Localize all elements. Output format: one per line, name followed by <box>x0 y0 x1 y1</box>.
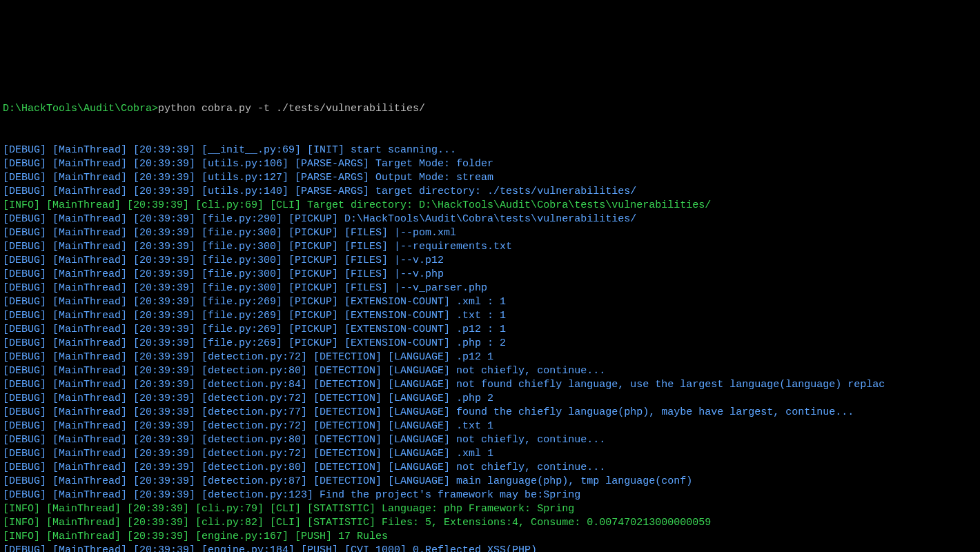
log-line: [DEBUG] [MainThread] [20:39:39] [detecti… <box>3 406 979 420</box>
log-line: [DEBUG] [MainThread] [20:39:39] [file.py… <box>3 213 979 226</box>
log-line: [DEBUG] [MainThread] [20:39:39] [detecti… <box>3 461 979 475</box>
log-line: [DEBUG] [MainThread] [20:39:39] [detecti… <box>3 433 979 447</box>
log-line: [DEBUG] [MainThread] [20:39:39] [file.py… <box>3 337 979 351</box>
log-line: [DEBUG] [MainThread] [20:39:39] [utils.p… <box>3 185 979 199</box>
log-line: [DEBUG] [MainThread] [20:39:39] [detecti… <box>3 351 979 364</box>
command-text: python cobra.py -t ./tests/vulnerabiliti… <box>158 103 425 115</box>
log-line: [INFO] [MainThread] [20:39:39] [cli.py:7… <box>3 502 979 516</box>
log-line: [DEBUG] [MainThread] [20:39:39] [detecti… <box>3 475 979 489</box>
log-line: [DEBUG] [MainThread] [20:39:39] [file.py… <box>3 295 979 309</box>
log-line: [DEBUG] [MainThread] [20:39:39] [detecti… <box>3 378 979 392</box>
log-lines: [DEBUG] [MainThread] [20:39:39] [__init_… <box>3 144 979 552</box>
log-line: [DEBUG] [MainThread] [20:39:39] [file.py… <box>3 309 979 323</box>
log-line: [DEBUG] [MainThread] [20:39:39] [file.py… <box>3 323 979 337</box>
command-line: D:\HackTools\Audit\Cobra>python cobra.py… <box>3 102 979 116</box>
log-line: [INFO] [MainThread] [20:39:39] [cli.py:8… <box>3 516 979 530</box>
log-line: [DEBUG] [MainThread] [20:39:39] [detecti… <box>3 364 979 378</box>
log-line: [DEBUG] [MainThread] [20:39:39] [file.py… <box>3 240 979 254</box>
log-line: [DEBUG] [MainThread] [20:39:39] [detecti… <box>3 447 979 461</box>
terminal-output[interactable]: D:\HackTools\Audit\Cobra>python cobra.py… <box>0 69 980 552</box>
log-line: [DEBUG] [MainThread] [20:39:39] [file.py… <box>3 226 979 240</box>
log-line: [DEBUG] [MainThread] [20:39:39] [file.py… <box>3 282 979 295</box>
prompt-path: D:\HackTools\Audit\Cobra> <box>3 103 158 115</box>
log-line: [INFO] [MainThread] [20:39:39] [cli.py:6… <box>3 199 979 213</box>
log-line: [DEBUG] [MainThread] [20:39:39] [engine.… <box>3 544 979 552</box>
log-line: [DEBUG] [MainThread] [20:39:39] [detecti… <box>3 420 979 433</box>
log-line: [DEBUG] [MainThread] [20:39:39] [detecti… <box>3 489 979 502</box>
log-line: [DEBUG] [MainThread] [20:39:39] [utils.p… <box>3 171 979 185</box>
log-line: [DEBUG] [MainThread] [20:39:39] [file.py… <box>3 254 979 268</box>
log-line: [DEBUG] [MainThread] [20:39:39] [detecti… <box>3 392 979 406</box>
log-line: [DEBUG] [MainThread] [20:39:39] [__init_… <box>3 144 979 157</box>
log-line: [INFO] [MainThread] [20:39:39] [engine.p… <box>3 530 979 544</box>
log-line: [DEBUG] [MainThread] [20:39:39] [utils.p… <box>3 157 979 171</box>
log-line: [DEBUG] [MainThread] [20:39:39] [file.py… <box>3 268 979 282</box>
